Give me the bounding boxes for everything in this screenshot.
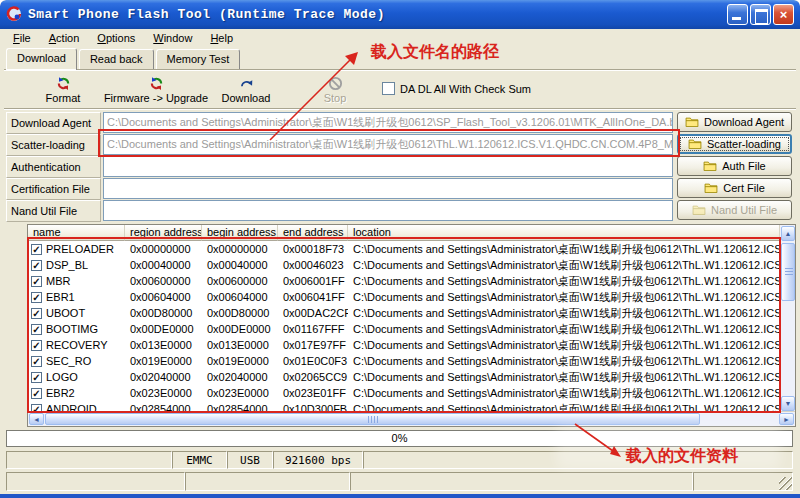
- status-panel: [6, 451, 172, 469]
- firmware-upgrade-icon: [149, 75, 164, 91]
- tab-read-back[interactable]: Read back: [79, 49, 154, 69]
- toolbar-button-firmware-upgrade[interactable]: Firmware -> Upgrade: [100, 73, 212, 106]
- toolbar-button-download[interactable]: Download: [208, 73, 284, 106]
- row-checkbox-icon[interactable]: [31, 244, 42, 255]
- cell-end-address: 0x006001FF: [278, 275, 348, 287]
- scroll-right-icon[interactable]: ►: [779, 413, 794, 425]
- field-row-download-agent: Download AgentC:\Documents and Settings\…: [6, 112, 792, 133]
- status-panel: [363, 451, 793, 469]
- checksum-checkbox[interactable]: DA DL All With Check Sum: [382, 82, 531, 95]
- cell-begin-address: 0x023E0000: [202, 387, 278, 399]
- scroll-down-icon[interactable]: ▼: [781, 396, 795, 411]
- row-checkbox-icon[interactable]: [31, 372, 42, 383]
- folder-icon: [692, 204, 706, 217]
- browse-button-label: Cert File: [723, 182, 765, 194]
- table-row[interactable]: SEC_RO0x019E00000x019E00000x01E0C0F3C:\D…: [28, 353, 781, 369]
- minimize-button[interactable]: [727, 4, 748, 25]
- maximize-button[interactable]: [750, 4, 771, 25]
- partition-name: SEC_RO: [46, 355, 91, 367]
- field-label: Authentication File: [6, 156, 101, 178]
- scroll-up-icon[interactable]: ▲: [781, 226, 795, 241]
- partition-name: MBR: [46, 275, 70, 287]
- tab-download[interactable]: Download: [6, 48, 77, 70]
- menu-bar: FileActionOptionsWindowHelp: [4, 29, 796, 47]
- field-input-scatter-loading-file[interactable]: C:\Documents and Settings\Administrator\…: [103, 134, 673, 155]
- cell-begin-address: 0x00040000: [202, 259, 278, 271]
- menu-item-window[interactable]: Window: [144, 30, 201, 46]
- row-checkbox-icon[interactable]: [31, 292, 42, 303]
- status-panel: [350, 472, 693, 491]
- row-checkbox-icon[interactable]: [31, 324, 42, 335]
- table-row[interactable]: LOGO0x020400000x020400000x02065CC9C:\Doc…: [28, 369, 781, 385]
- menu-item-help[interactable]: Help: [201, 30, 242, 46]
- resize-grip[interactable]: [779, 477, 792, 490]
- menu-item-file[interactable]: File: [4, 30, 40, 46]
- close-button[interactable]: ×: [773, 4, 794, 25]
- column-header-name[interactable]: name: [28, 225, 125, 241]
- row-checkbox-icon[interactable]: [31, 276, 42, 287]
- table-row[interactable]: BOOTIMG0x00DE00000x00DE00000x01167FFFC:\…: [28, 321, 781, 337]
- cell-end-address: 0x00018F73: [278, 243, 348, 255]
- table-row[interactable]: DSP_BL0x000400000x000400000x00046023C:\D…: [28, 257, 781, 273]
- browse-button-scatter-loading[interactable]: Scatter-loading: [677, 134, 792, 154]
- cell-name: RECOVERY: [28, 339, 125, 351]
- cell-region-address: 0x00040000: [125, 259, 202, 271]
- row-checkbox-icon[interactable]: [31, 308, 42, 319]
- table-row[interactable]: RECOVERY0x013E00000x013E00000x017E97FFC:…: [28, 337, 781, 353]
- table-row[interactable]: EBR20x023E00000x023E00000x023E01FFC:\Doc…: [28, 385, 781, 401]
- field-row-scatter-loading-file: Scatter-loading FileC:\Documents and Set…: [6, 134, 792, 155]
- status-panel: [693, 472, 793, 491]
- horizontal-scrollbar[interactable]: ◄ ►: [28, 411, 795, 426]
- field-row-nand-util-file: Nand Util FileNand Util File: [6, 200, 792, 221]
- menu-item-options[interactable]: Options: [88, 30, 144, 46]
- progress-bar: 0%: [6, 430, 793, 447]
- partition-name: BOOTIMG: [46, 323, 98, 335]
- cell-location: C:\Documents and Settings\Administrator\…: [348, 274, 781, 289]
- browse-button-download-agent[interactable]: Download Agent: [677, 112, 792, 132]
- cell-begin-address: 0x00600000: [202, 275, 278, 287]
- field-input-authentication-file[interactable]: [103, 156, 673, 177]
- table-row[interactable]: MBR0x006000000x006000000x006001FFC:\Docu…: [28, 273, 781, 289]
- table-row[interactable]: EBR10x006040000x006040000x006041FFC:\Doc…: [28, 289, 781, 305]
- column-header-begin-address[interactable]: begin address: [202, 225, 278, 241]
- cell-name: SEC_RO: [28, 355, 125, 367]
- column-header-location[interactable]: location: [348, 225, 781, 241]
- browse-button-cert-file[interactable]: Cert File: [677, 178, 792, 198]
- format-icon: [56, 75, 71, 91]
- row-checkbox-icon[interactable]: [31, 340, 42, 351]
- browse-button-label: Nand Util File: [711, 204, 777, 216]
- vertical-scrollbar[interactable]: ▲ ▼: [779, 225, 795, 412]
- vertical-scroll-thumb[interactable]: [781, 243, 795, 301]
- tab-memory-test[interactable]: Memory Test: [156, 49, 241, 69]
- horizontal-scroll-thumb[interactable]: [45, 413, 700, 425]
- table-row[interactable]: UBOOT0x00D800000x00D800000x00DAC2CFC:\Do…: [28, 305, 781, 321]
- field-input-certification-file[interactable]: [103, 178, 673, 199]
- cell-begin-address: 0x00D80000: [202, 307, 278, 319]
- browse-button-auth-file[interactable]: Auth File: [677, 156, 792, 176]
- cell-end-address: 0x01E0C0F3: [278, 355, 348, 367]
- menu-item-action[interactable]: Action: [40, 30, 89, 46]
- column-header-end-address[interactable]: end address: [278, 225, 348, 241]
- table-row[interactable]: PRELOADER0x000000000x000000000x00018F73C…: [28, 241, 781, 257]
- scroll-left-icon[interactable]: ◄: [29, 413, 44, 425]
- cell-begin-address: 0x019E0000: [202, 355, 278, 367]
- cell-location: C:\Documents and Settings\Administrator\…: [348, 370, 781, 385]
- cell-end-address: 0x023E01FF: [278, 387, 348, 399]
- cell-name: EBR1: [28, 291, 125, 303]
- field-input-download-agent[interactable]: C:\Documents and Settings\Administrator\…: [103, 112, 673, 133]
- column-header-region-address[interactable]: region address: [125, 225, 202, 241]
- field-row-authentication-file: Authentication FileAuth File: [6, 156, 792, 177]
- row-checkbox-icon[interactable]: [31, 356, 42, 367]
- toolbar-button-format[interactable]: Format: [26, 73, 100, 106]
- status-bar-lower: [6, 472, 793, 491]
- toolbar-button-label: Stop: [324, 92, 347, 104]
- checkbox-box-icon[interactable]: [382, 82, 395, 95]
- tab-strip: DownloadRead backMemory Test: [6, 47, 242, 69]
- cell-region-address: 0x00604000: [125, 291, 202, 303]
- row-checkbox-icon[interactable]: [31, 388, 42, 399]
- row-checkbox-icon[interactable]: [31, 260, 42, 271]
- download-icon: [239, 75, 254, 91]
- partition-name: EBR2: [46, 387, 75, 399]
- table-header: nameregion addressbegin addressend addre…: [28, 225, 781, 241]
- field-input-nand-util-file[interactable]: [103, 200, 673, 221]
